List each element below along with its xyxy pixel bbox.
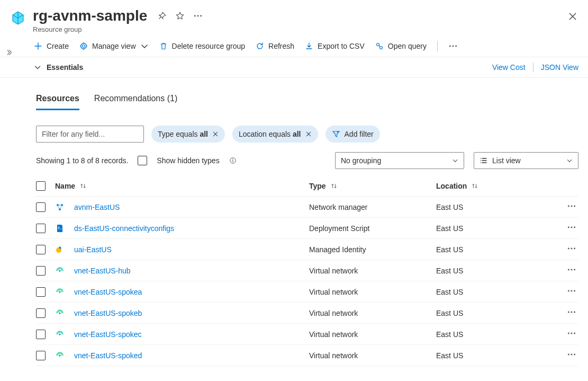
grouping-select[interactable]: No grouping bbox=[335, 152, 464, 169]
view-mode-value: List view bbox=[492, 156, 521, 165]
column-header-name[interactable]: Name bbox=[55, 182, 309, 190]
resource-link[interactable]: vnet-EastUS-spokea bbox=[74, 288, 142, 296]
row-checkbox[interactable] bbox=[36, 330, 46, 339]
network-manager-icon bbox=[55, 202, 65, 212]
show-hidden-checkbox[interactable] bbox=[138, 156, 147, 165]
filter-pill-type[interactable]: Type equals all bbox=[151, 126, 225, 143]
row-checkbox[interactable] bbox=[36, 351, 46, 360]
essentials-toggle[interactable]: Essentials bbox=[34, 63, 83, 72]
table-header: Name Type Location bbox=[36, 175, 578, 197]
resource-link[interactable]: vnet-EastUS-spoked bbox=[74, 351, 142, 360]
tab-resources[interactable]: Resources bbox=[36, 90, 79, 110]
refresh-label: Refresh bbox=[268, 42, 294, 50]
trash-icon bbox=[159, 42, 168, 50]
star-icon[interactable] bbox=[175, 11, 185, 21]
sort-icon bbox=[79, 182, 87, 190]
virtual-network-icon bbox=[55, 330, 65, 339]
view-cost-link[interactable]: View Cost bbox=[492, 63, 526, 72]
tab-bar: Resources Recommendations (1) bbox=[36, 90, 578, 111]
row-checkbox[interactable] bbox=[36, 245, 46, 254]
info-icon[interactable] bbox=[229, 157, 237, 164]
table-row: ds-EastUS-connectivityconfigsDeployment … bbox=[36, 218, 578, 239]
row-checkbox[interactable] bbox=[36, 287, 46, 297]
refresh-button[interactable]: Refresh bbox=[256, 42, 294, 50]
chevron-down-icon bbox=[34, 64, 41, 71]
virtual-network-icon bbox=[55, 308, 65, 318]
virtual-network-icon bbox=[55, 266, 65, 276]
delete-label: Delete resource group bbox=[172, 42, 246, 50]
row-checkbox[interactable] bbox=[36, 224, 46, 233]
resource-link[interactable]: uai-EastUS bbox=[74, 245, 112, 254]
table-row: vnet-EastUS-spokebVirtual networkEast US bbox=[36, 303, 578, 324]
row-more-button[interactable] bbox=[567, 223, 576, 234]
toolbar-more-button[interactable] bbox=[448, 41, 458, 51]
select-all-checkbox[interactable] bbox=[36, 181, 46, 191]
resource-type: Virtual network bbox=[309, 351, 358, 360]
row-checkbox[interactable] bbox=[36, 266, 46, 276]
filter-type-label: Type equals all bbox=[158, 130, 208, 138]
virtual-network-icon bbox=[55, 351, 65, 360]
create-button[interactable]: Create bbox=[34, 42, 69, 50]
row-more-button[interactable] bbox=[567, 329, 576, 340]
view-mode-select[interactable]: List view bbox=[474, 152, 578, 169]
download-icon bbox=[305, 42, 313, 50]
row-more-button[interactable] bbox=[567, 244, 576, 255]
row-more-button[interactable] bbox=[567, 265, 576, 276]
resource-location: East US bbox=[436, 267, 463, 275]
resource-type: Managed Identity bbox=[309, 245, 366, 254]
row-more-button[interactable] bbox=[567, 201, 576, 212]
close-icon[interactable] bbox=[568, 12, 578, 22]
resource-location: East US bbox=[436, 309, 463, 317]
delete-button[interactable]: Delete resource group bbox=[159, 42, 246, 50]
resource-link[interactable]: vnet-EastUS-spokeb bbox=[74, 309, 142, 317]
resource-type: Deployment Script bbox=[309, 224, 369, 233]
resource-link[interactable]: avnm-EastUS bbox=[74, 203, 120, 211]
add-filter-button[interactable]: Add filter bbox=[325, 126, 380, 143]
row-more-button[interactable] bbox=[567, 350, 576, 361]
chevron-down-icon bbox=[140, 42, 149, 50]
resource-type: Virtual network bbox=[309, 309, 358, 317]
gear-icon bbox=[79, 42, 88, 50]
column-header-location[interactable]: Location bbox=[436, 182, 521, 190]
page-title: rg-avnm-sample bbox=[33, 7, 147, 24]
list-icon bbox=[480, 156, 488, 165]
row-more-button[interactable] bbox=[567, 307, 576, 318]
query-icon bbox=[375, 42, 384, 50]
page-subtitle: Resource group bbox=[33, 25, 203, 33]
table-row: vnet-EastUS-hubVirtual networkEast US bbox=[36, 260, 578, 281]
row-more-button[interactable] bbox=[567, 286, 576, 297]
records-count: Showing 1 to 8 of 8 records. bbox=[36, 156, 128, 165]
more-icon[interactable] bbox=[193, 11, 203, 21]
close-icon[interactable] bbox=[212, 131, 219, 137]
close-icon[interactable] bbox=[305, 131, 312, 137]
expand-sidebar-icon[interactable] bbox=[5, 49, 13, 58]
table-row: avnm-EastUSNetwork managerEast US bbox=[36, 197, 578, 218]
essentials-label: Essentials bbox=[47, 63, 83, 72]
open-query-button[interactable]: Open query bbox=[375, 42, 427, 50]
table-row: vnet-EastUS-spokecVirtual networkEast US bbox=[36, 324, 578, 345]
resource-link[interactable]: vnet-EastUS-spokec bbox=[74, 330, 142, 339]
manage-view-button[interactable]: Manage view bbox=[79, 42, 149, 50]
column-header-type[interactable]: Type bbox=[309, 182, 436, 190]
resource-type: Network manager bbox=[309, 203, 368, 211]
filter-pill-location[interactable]: Location equals all bbox=[232, 126, 318, 143]
row-checkbox[interactable] bbox=[36, 202, 46, 212]
export-csv-button[interactable]: Export to CSV bbox=[305, 42, 365, 50]
export-label: Export to CSV bbox=[318, 42, 365, 50]
plus-icon bbox=[34, 42, 42, 50]
json-view-link[interactable]: JSON View bbox=[541, 63, 578, 72]
managed-identity-icon bbox=[55, 245, 65, 254]
pin-icon[interactable] bbox=[157, 11, 167, 21]
tab-recommendations[interactable]: Recommendations (1) bbox=[94, 90, 177, 110]
resource-link[interactable]: ds-EastUS-connectivityconfigs bbox=[74, 224, 174, 233]
resources-table: Name Type Location avnm-EastUSNetwork ma… bbox=[36, 175, 578, 366]
row-checkbox[interactable] bbox=[36, 308, 46, 318]
resource-location: East US bbox=[436, 224, 463, 233]
filter-input[interactable] bbox=[36, 126, 144, 143]
filter-add-icon bbox=[332, 130, 340, 138]
chevron-down-icon bbox=[452, 157, 458, 164]
sort-icon bbox=[471, 182, 478, 190]
create-label: Create bbox=[47, 42, 69, 50]
resource-link[interactable]: vnet-EastUS-hub bbox=[74, 267, 131, 275]
open-query-label: Open query bbox=[388, 42, 427, 50]
